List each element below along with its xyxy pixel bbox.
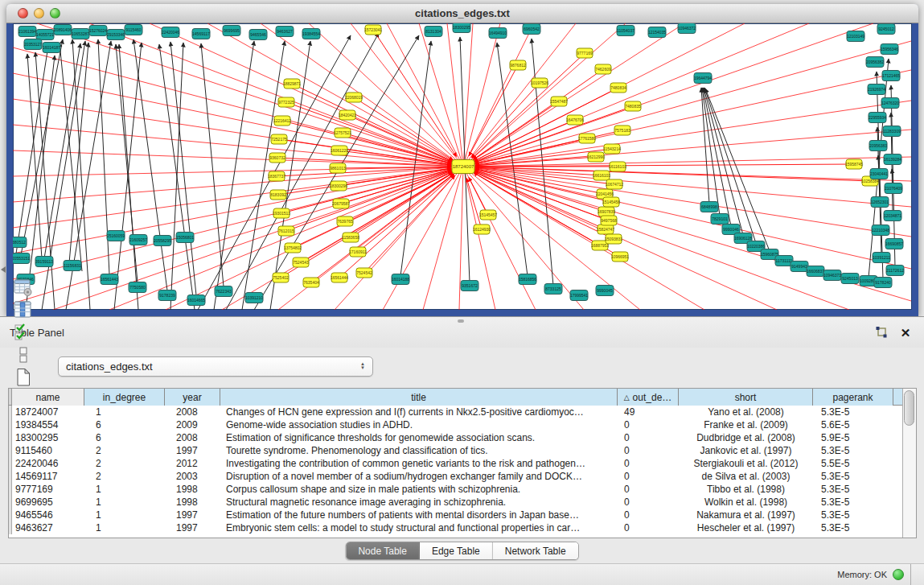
graph-node[interactable]: 18829871 xyxy=(283,79,301,89)
graph-node[interactable]: 6960542 xyxy=(523,24,540,35)
cell-title[interactable]: Corpus callosum shape and size in male p… xyxy=(220,483,618,496)
table-row[interactable]: 1938455462009Genome-wide association stu… xyxy=(9,418,902,431)
cell-pagerank[interactable]: 5.9E-5 xyxy=(813,431,893,444)
cell-title[interactable]: Estimation of the future numbers of pati… xyxy=(220,509,618,521)
column-header-name[interactable]: name xyxy=(12,389,84,406)
cell-year[interactable]: 1997 xyxy=(165,509,220,521)
graph-node[interactable]: 17160911 xyxy=(349,247,367,257)
cell-out_degree[interactable]: 0 xyxy=(618,418,679,431)
collapse-panel-arrow-icon[interactable] xyxy=(1,266,6,273)
graph-node[interactable]: 23040441 xyxy=(870,169,888,179)
float-window-icon[interactable] xyxy=(873,324,890,340)
graph-node[interactable]: 20553151 xyxy=(13,253,30,264)
graph-node[interactable]: 7480834 xyxy=(610,83,626,93)
table-row[interactable]: 1456911722003Disruption of a novel membe… xyxy=(9,470,902,483)
table-selector-dropdown[interactable]: citations_edges.txt ▲ ▼ xyxy=(58,356,373,377)
cell-out_degree[interactable]: 0 xyxy=(618,444,679,457)
graph-node[interactable]: 17999541 xyxy=(570,290,588,301)
graph-node[interactable]: 15145458 xyxy=(602,197,620,207)
cell-in_degree[interactable]: 1 xyxy=(84,521,165,534)
cell-pagerank[interactable]: 5.3E-5 xyxy=(813,521,893,534)
graph-node[interactable]: 7829101 xyxy=(711,214,729,225)
cell-year[interactable]: 1998 xyxy=(165,483,220,496)
graph-node[interactable]: 12103149 xyxy=(847,31,864,42)
cell-short[interactable]: Jankovic et al. (1997) xyxy=(679,444,813,457)
cell-pagerank[interactable]: 5.3E-5 xyxy=(813,444,893,457)
graph-node[interactable]: 19644794 xyxy=(694,73,712,84)
cell-year[interactable]: 2008 xyxy=(165,431,220,444)
graph-node[interactable]: 9149943 xyxy=(791,262,808,272)
cell-short[interactable]: Dudbridge et al. (2008) xyxy=(679,431,813,444)
table-row[interactable]: 2242004622012Investigating the contribut… xyxy=(9,457,902,470)
cell-year[interactable]: 2012 xyxy=(165,457,220,470)
graph-node[interactable]: 22420046 xyxy=(162,27,179,38)
graph-node[interactable]: 16690857 xyxy=(885,239,903,249)
graph-node[interactable]: 7750580 xyxy=(129,282,146,293)
graph-node[interactable]: 7612015 xyxy=(278,226,294,236)
graph-node[interactable]: 10946373 xyxy=(823,270,841,281)
clear-selection-icon[interactable] xyxy=(11,344,35,366)
cell-name[interactable]: 18300295 xyxy=(12,431,84,444)
column-header-in_degree[interactable]: in_degree xyxy=(84,389,165,406)
column-header-year[interactable]: year xyxy=(165,389,220,406)
cell-short[interactable]: Tibbo et al. (1998) xyxy=(679,483,813,496)
graph-node[interactable]: 9351672 xyxy=(461,281,478,291)
graph-node[interactable]: 21609257 xyxy=(129,235,147,245)
graph-node[interactable]: 20353127 xyxy=(24,39,42,50)
cell-pagerank[interactable]: 5.3E-5 xyxy=(813,509,893,521)
graph-node[interactable]: 9465546 xyxy=(249,30,267,40)
cell-in_degree[interactable]: 2 xyxy=(84,444,165,457)
graph-node[interactable]: 16124930 xyxy=(473,225,491,234)
graph-node[interactable]: 7480835 xyxy=(625,101,641,111)
cell-out_degree[interactable]: 0 xyxy=(618,496,679,509)
graph-node[interactable]: 9990045 xyxy=(596,286,614,296)
window-titlebar[interactable]: citations_edges.txt xyxy=(6,4,918,23)
column-header-pagerank[interactable]: pagerank xyxy=(813,389,893,406)
graph-node[interactable]: 29153346 xyxy=(107,30,125,40)
graph-node[interactable]: 15056801 xyxy=(176,233,194,243)
graph-node[interactable]: 9463627 xyxy=(276,27,294,37)
cell-in_degree[interactable]: 6 xyxy=(84,431,165,444)
graph-node[interactable]: 25160059 xyxy=(107,231,125,241)
cell-short[interactable]: de Silva et al. (2003) xyxy=(679,470,813,483)
graph-node[interactable]: 10946372 xyxy=(678,23,696,34)
cell-in_degree[interactable]: 6 xyxy=(84,418,165,431)
cell-name[interactable]: 14569117 xyxy=(12,470,84,483)
tab-node-table[interactable]: Node Table xyxy=(346,542,420,559)
cell-out_degree[interactable]: 0 xyxy=(618,521,679,534)
graph-node[interactable]: 21926974 xyxy=(868,84,885,95)
cell-in_degree[interactable]: 2 xyxy=(84,470,165,483)
graph-node[interactable]: 16616103 xyxy=(593,171,610,180)
graph-node[interactable]: 9699695 xyxy=(223,26,240,36)
graph-node[interactable]: 9245013 xyxy=(841,274,859,284)
graph-node[interactable]: 9178240 xyxy=(874,278,892,288)
graph-node[interactable]: 12216412 xyxy=(273,116,291,126)
graph-node[interactable]: 18367737 xyxy=(268,171,285,181)
graph-node[interactable]: 9777169 xyxy=(577,48,593,58)
divider-handle[interactable] xyxy=(458,319,464,323)
graph-node[interactable]: 13754802 xyxy=(284,243,302,253)
graph-node[interactable]: 16561444 xyxy=(331,273,348,282)
graph-node[interactable]: 7575183 xyxy=(614,126,630,135)
graph-node[interactable]: 15276024 xyxy=(89,26,107,36)
cell-name[interactable]: 9465546 xyxy=(12,509,84,521)
graph-node[interactable]: 16014665 xyxy=(187,295,205,306)
graph-node[interactable]: 12154035 xyxy=(648,27,666,38)
graph-node[interactable]: 18724007 xyxy=(452,160,474,174)
graph-node[interactable]: 22955934 xyxy=(869,113,886,123)
cell-name[interactable]: 9777169 xyxy=(12,483,84,496)
scrollbar-thumb[interactable] xyxy=(904,390,914,426)
graph-node[interactable]: 16561443 xyxy=(101,274,118,285)
graph-node[interactable]: 20956382 xyxy=(866,57,884,68)
graph-node[interactable]: 19301513 xyxy=(273,208,290,218)
graph-node[interactable]: 11583658 xyxy=(342,233,359,242)
graph-node[interactable]: 9115460 xyxy=(125,25,142,35)
graph-node[interactable]: 8183092 xyxy=(270,190,286,200)
graph-node[interactable]: 12034871 xyxy=(884,211,901,221)
column-header-title[interactable]: title xyxy=(220,389,618,406)
cell-name[interactable]: 18724007 xyxy=(12,406,84,418)
graph-node[interactable]: 18300295 xyxy=(453,23,470,33)
graph-node[interactable]: 7524542 xyxy=(356,268,372,278)
cell-in_degree[interactable]: 2 xyxy=(84,457,165,470)
graph-node[interactable]: 21172612 xyxy=(886,266,904,276)
